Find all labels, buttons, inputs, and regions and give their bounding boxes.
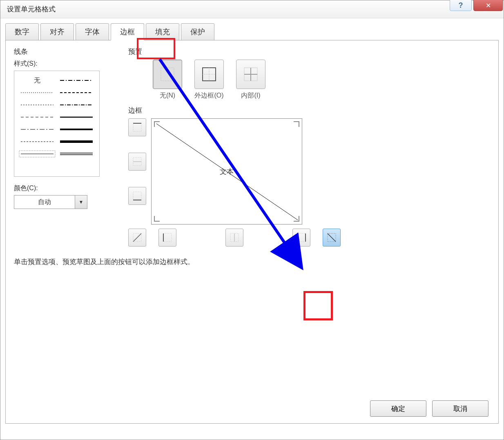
border-bottom-icon [132, 191, 143, 201]
tab-number[interactable]: 数字 [5, 23, 39, 40]
border-left-icon [162, 232, 173, 243]
diagonal-up-icon [132, 232, 143, 243]
format-cells-dialog: 设置单元格格式 ? ✕ 数字 对齐 字体 边框 填充 保护 线条 样式(S): [0, 0, 504, 440]
border-right-icon [296, 232, 307, 243]
style-label: 样式(S): [14, 60, 120, 68]
dialog-footer: 确定 取消 [370, 400, 488, 417]
line-style-dashed[interactable] [18, 111, 57, 123]
preset-none-label: 无(N) [153, 91, 182, 100]
annotation-diagonal-highlight [303, 291, 333, 320]
line-style-dashdot3[interactable] [18, 123, 57, 136]
close-icon: ✕ [486, 2, 491, 9]
line-style-double[interactable] [57, 148, 96, 160]
tab-alignment[interactable]: 对齐 [40, 23, 74, 40]
tab-border[interactable]: 边框 [111, 23, 144, 40]
border-group-label: 边框 [128, 106, 490, 115]
svg-rect-15 [161, 68, 174, 81]
dialog-body: 数字 对齐 字体 边框 填充 保护 线条 样式(S): 无 [0, 18, 504, 429]
titlebar: 设置单元格格式 ? ✕ [0, 0, 504, 18]
lines-group-label: 线条 [14, 47, 120, 56]
border-preview[interactable]: 文本 [151, 118, 302, 224]
color-dropdown[interactable]: 自动 ▼ [14, 195, 87, 209]
preset-inside-label: 内部(I) [236, 91, 265, 100]
line-style-dash-med[interactable] [57, 87, 96, 99]
border-top-button[interactable] [128, 118, 146, 136]
svg-rect-35 [297, 233, 306, 242]
line-styles-listbox[interactable]: 无 [14, 71, 100, 177]
cancel-button[interactable]: 取消 [432, 400, 488, 417]
svg-rect-31 [163, 233, 172, 242]
border-middle-v-icon [229, 232, 240, 243]
line-style-dashdot2[interactable] [57, 99, 96, 111]
svg-rect-26 [133, 192, 141, 200]
presets-group-label: 预置 [128, 47, 490, 56]
border-diagonal-down-button[interactable] [323, 229, 341, 247]
line-style-dotted2[interactable] [18, 99, 57, 111]
color-selected-text: 自动 [14, 198, 75, 207]
border-bottom-button[interactable] [128, 187, 146, 205]
preset-outline-label: 外边框(O) [194, 91, 224, 100]
line-style-solid-thick[interactable] [57, 123, 96, 136]
line-style-dashdot-thick[interactable] [57, 74, 96, 87]
svg-rect-22 [133, 123, 141, 131]
help-button[interactable]: ? [450, 0, 472, 11]
tab-protection[interactable]: 保护 [181, 23, 214, 40]
color-label: 颜色(C): [14, 184, 120, 193]
line-style-solid-selected[interactable] [18, 148, 57, 160]
preview-text: 文本 [220, 167, 234, 176]
border-middle-h-icon [132, 156, 143, 167]
preset-outline-button[interactable] [194, 60, 224, 89]
border-diagonal-up-button[interactable] [128, 229, 146, 247]
tab-strip: 数字 对齐 字体 边框 填充 保护 [5, 23, 499, 40]
preset-inside-icon [243, 66, 259, 82]
border-right-button[interactable] [292, 229, 310, 247]
help-icon: ? [459, 1, 463, 10]
tab-font[interactable]: 字体 [76, 23, 109, 40]
preset-none-icon [159, 66, 176, 82]
ok-button[interactable]: 确定 [370, 400, 426, 417]
line-style-none[interactable]: 无 [34, 76, 40, 85]
tab-fill[interactable]: 填充 [146, 23, 179, 40]
line-style-heavy[interactable] [57, 136, 96, 148]
close-button[interactable]: ✕ [473, 0, 503, 11]
chevron-down-icon: ▼ [75, 196, 87, 209]
preset-outline-icon [201, 66, 217, 82]
line-style-dash2[interactable] [18, 136, 57, 148]
diagonal-down-icon [326, 232, 337, 243]
svg-line-38 [328, 233, 336, 242]
border-middle-h-button[interactable] [128, 153, 146, 171]
window-title: 设置单元格格式 [7, 4, 56, 14]
preset-inside-button[interactable] [236, 60, 265, 89]
line-style-dotted[interactable] [18, 87, 57, 99]
titlebar-controls: ? ✕ [450, 0, 504, 18]
border-left-button[interactable] [158, 229, 176, 247]
preset-none-button[interactable] [153, 60, 182, 89]
tab-content-border: 线条 样式(S): 无 [5, 40, 499, 424]
border-middle-v-button[interactable] [225, 229, 243, 247]
hint-text: 单击预置选项、预览草图及上面的按钮可以添加边框样式。 [14, 257, 490, 267]
svg-line-30 [133, 233, 141, 242]
line-style-solid-med[interactable] [57, 111, 96, 123]
border-top-icon [132, 122, 143, 133]
